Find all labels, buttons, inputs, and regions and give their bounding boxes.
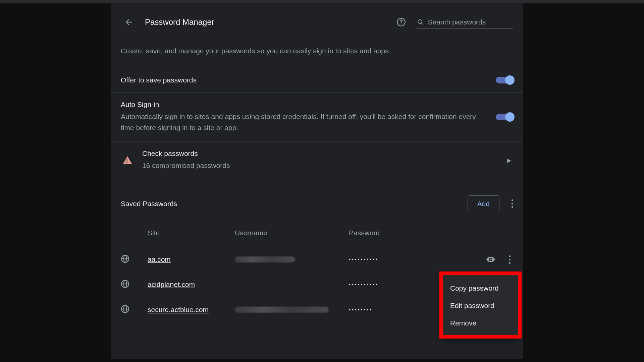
back-button[interactable]	[121, 14, 137, 30]
site-link[interactable]: secure.actblue.com	[148, 306, 209, 313]
col-password: Password	[349, 229, 449, 237]
help-icon	[396, 17, 406, 27]
svg-point-7	[490, 259, 491, 260]
search-icon	[417, 18, 424, 26]
search-input[interactable]	[428, 18, 512, 26]
globe-icon	[121, 280, 129, 288]
remove-password-item[interactable]: Remove	[443, 314, 518, 332]
globe-icon	[121, 254, 129, 263]
globe-icon	[121, 305, 129, 313]
window-top-bar	[0, 0, 644, 3]
intro-text: Create, save, and manage your passwords …	[111, 37, 523, 68]
svg-point-2	[418, 19, 422, 23]
svg-point-1	[401, 23, 402, 24]
add-password-button[interactable]: Add	[468, 195, 499, 212]
help-button[interactable]	[393, 14, 409, 30]
table-row: aa.com ••••••••••	[121, 247, 513, 272]
saved-passwords-header: Saved Passwords Add	[111, 179, 523, 219]
auto-signin-row: Auto Sign-in Automatically sign in to si…	[111, 92, 523, 141]
table-header: Site Username Password	[121, 219, 513, 247]
check-passwords-subtitle: 16 compromised passwords	[142, 160, 497, 171]
chevron-right-icon: ▶	[507, 157, 511, 164]
header: Password Manager	[111, 3, 523, 37]
row-more-button[interactable]	[509, 255, 511, 264]
arrow-left-icon	[124, 17, 133, 27]
password-context-menu: Copy password Edit password Remove	[443, 275, 518, 337]
site-link[interactable]: acidplanet.com	[148, 281, 195, 288]
username-redacted	[235, 256, 295, 262]
check-passwords-row[interactable]: ! Check passwords 16 compromised passwor…	[111, 141, 523, 179]
svg-line-3	[421, 23, 423, 24]
site-link[interactable]: aa.com	[148, 255, 171, 263]
show-password-icon[interactable]	[486, 255, 495, 264]
offer-save-passwords-row: Offer to save passwords	[111, 68, 523, 92]
saved-passwords-heading: Saved Passwords	[121, 200, 468, 208]
offer-save-label: Offer to save passwords	[121, 76, 486, 84]
password-masked: ••••••••••	[349, 282, 449, 287]
copy-password-item[interactable]: Copy password	[443, 280, 518, 297]
auto-signin-toggle[interactable]	[496, 114, 513, 120]
username-redacted	[235, 307, 329, 313]
password-manager-panel: Password Manager Create, save, and manag…	[111, 3, 523, 359]
check-passwords-title: Check passwords	[142, 149, 497, 158]
col-username: Username	[235, 229, 349, 237]
page-title: Password Manager	[145, 17, 214, 27]
edit-password-item[interactable]: Edit password	[443, 297, 518, 314]
search-field[interactable]	[416, 16, 513, 28]
password-masked: ••••••••••	[349, 257, 449, 262]
auto-signin-description: Automatically sign in to sites and apps …	[121, 111, 486, 133]
col-site: Site	[148, 229, 235, 237]
offer-save-toggle[interactable]	[496, 77, 513, 83]
auto-signin-label: Auto Sign-in	[121, 101, 486, 109]
password-masked: ••••••••	[349, 307, 449, 312]
saved-passwords-more-button[interactable]	[512, 199, 513, 208]
warning-icon: !	[123, 156, 132, 164]
